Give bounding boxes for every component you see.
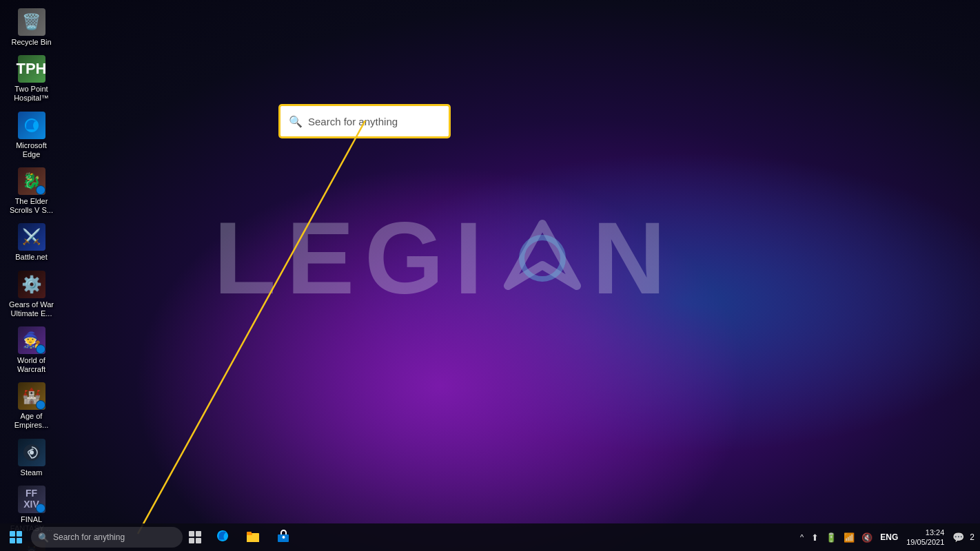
tray-time: 13:24 <box>926 528 945 537</box>
tray-show-desktop-button[interactable]: 2 <box>970 532 974 542</box>
taskbar: 🔍 Search for anything <box>0 523 980 551</box>
svg-rect-6 <box>196 531 201 537</box>
search-overlay-box[interactable]: 🔍 Search for anything <box>279 105 450 138</box>
taskbar-file-explorer-icon <box>245 528 261 547</box>
desktop-icon-skyrim[interactable]: 🐉 The Elder Scrolls V S... <box>6 165 57 218</box>
aoe1-icon: 🏰 <box>18 382 45 410</box>
tph-label: Two Point Hospital™ <box>8 85 54 103</box>
steam-icon <box>18 439 45 466</box>
tray-date: 19/05/2021 <box>906 537 944 547</box>
desktop-icon-wow[interactable]: 🧙 World of Warcraft <box>6 324 57 377</box>
taskbar-edge-button[interactable] <box>207 523 238 551</box>
svg-rect-11 <box>247 532 252 534</box>
task-view-button[interactable] <box>183 523 207 551</box>
taskbar-search-bar[interactable]: 🔍 Search for anything <box>31 527 183 548</box>
tray-overflow-button[interactable]: ^ <box>797 532 806 543</box>
svg-rect-5 <box>189 531 194 537</box>
edge-label: Microsoft Edge <box>8 141 54 159</box>
aoe1-badge <box>36 400 45 410</box>
taskbar-file-explorer-button[interactable] <box>238 523 268 551</box>
desktop-icon-steam[interactable]: Steam <box>6 436 57 480</box>
search-overlay-search-icon: 🔍 <box>289 115 303 128</box>
ff-badge <box>36 503 45 513</box>
svg-point-3 <box>30 450 34 455</box>
start-button[interactable] <box>0 523 31 551</box>
tph-icon: TPH <box>18 55 45 83</box>
svg-rect-8 <box>196 538 201 543</box>
task-view-icon <box>188 530 202 544</box>
desktop: 🗑️ Recycle Bin TPH Two Point Hospital™ M… <box>0 0 980 523</box>
taskbar-edge-icon <box>215 528 230 547</box>
search-overlay-text: Search for anything <box>308 116 398 127</box>
svg-point-13 <box>283 536 285 539</box>
wow-label: World of Warcraft <box>8 356 54 374</box>
svg-rect-7 <box>189 538 194 543</box>
taskbar-ms-store-icon <box>276 528 291 547</box>
tray-volume-icon[interactable]: 🔇 <box>859 531 875 544</box>
desktop-icon-gears-of-war[interactable]: ⚙️ Gears of War Ultimate E... <box>6 268 57 321</box>
wow-badge <box>36 344 45 354</box>
taskbar-search-text: Search for anything <box>53 532 125 542</box>
edge-icon <box>18 112 45 139</box>
desktop-icon-aoe1[interactable]: 🏰 Age of Empires... <box>6 380 57 433</box>
taskbar-search-icon: 🔍 <box>38 532 49 543</box>
battlenet-label: Battle.net <box>15 253 47 262</box>
taskbar-pinned-apps <box>207 523 792 551</box>
windows-logo-icon <box>10 531 22 543</box>
desktop-icon-tph[interactable]: TPH Two Point Hospital™ <box>6 52 57 105</box>
steam-label: Steam <box>21 468 43 477</box>
battlenet-icon: ⚔️ <box>18 223 45 251</box>
desktop-icon-edge[interactable]: Microsoft Edge <box>6 109 57 162</box>
gears-icon: ⚙️ <box>18 271 45 298</box>
tray-wifi-icon[interactable]: 📶 <box>841 531 857 544</box>
desktop-icons-column: 🗑️ Recycle Bin TPH Two Point Hospital™ M… <box>0 0 63 551</box>
tray-taskbar-icon-1[interactable]: ⬆ <box>809 531 821 544</box>
desktop-icon-battlenet[interactable]: ⚔️ Battle.net <box>6 220 57 264</box>
tray-clock[interactable]: 13:24 19/05/2021 <box>904 528 947 548</box>
taskbar-ms-store-button[interactable] <box>268 523 298 551</box>
skyrim-badge <box>36 185 45 195</box>
skyrim-icon: 🐉 <box>18 167 45 195</box>
wow-icon: 🧙 <box>18 326 45 354</box>
aoe1-label: Age of Empires... <box>8 412 54 430</box>
desktop-icon-recycle-bin[interactable]: 🗑️ Recycle Bin <box>6 6 57 50</box>
gears-label: Gears of War Ultimate E... <box>8 300 54 318</box>
tray-language-indicator[interactable]: ENG <box>877 532 901 542</box>
ff-icon: FFXIV <box>18 486 45 513</box>
skyrim-label: The Elder Scrolls V S... <box>8 197 54 215</box>
system-tray: ^ ⬆ 🔋 📶 🔇 ENG 13:24 19/05/2021 💬 2 <box>792 523 980 551</box>
tray-notification-button[interactable]: 💬 <box>950 532 967 543</box>
recycle-bin-icon: 🗑️ <box>18 8 45 36</box>
recycle-bin-label: Recycle Bin <box>11 38 51 47</box>
tray-battery-icon[interactable]: 🔋 <box>824 531 839 544</box>
